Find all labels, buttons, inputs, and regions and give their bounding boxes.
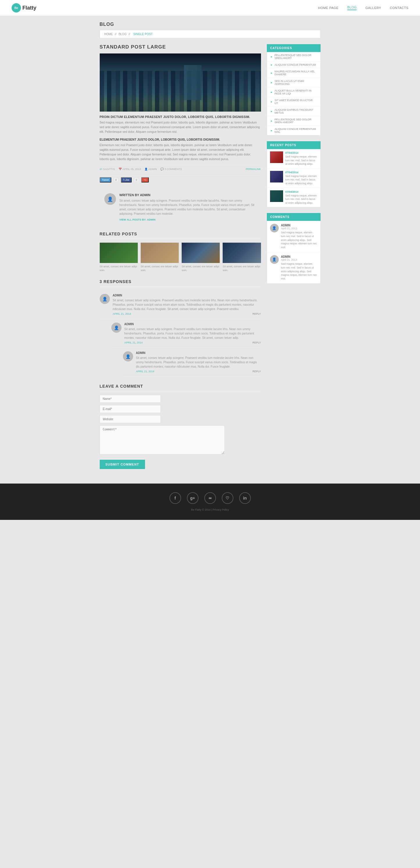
recent-posts-title: RECENT POSTS [267,141,321,149]
recent-post-1[interactable]: 07/04/2014 Sed magna neque, elemen tum n… [267,149,320,168]
website-input[interactable] [100,415,161,423]
website-row [100,415,261,423]
categories-widget: CATEGORIES ► PELLENTESQUE SED DOLOR SREN… [267,44,321,135]
post-image-city [100,54,261,112]
sc-date-2: April 21, 2013 [281,258,318,261]
main-layout: STANDARD POST LARGE PROIN DICTUM ELEMENT… [100,44,321,478]
name-row [100,395,261,403]
response-reply-3[interactable]: REPLY [252,370,261,373]
cat-arrow-5: ► [271,91,273,94]
recent-thumb-1 [270,151,283,163]
response-text-2: Sit amet, consec tetuer adip scingere. P… [124,327,261,340]
sc-text-2: Sed magna neque, elemen tum nec mol. Sed… [281,262,318,280]
post-body-1: Sed magna neque, elementum nec mol Praes… [100,120,261,134]
breadcrumb-blog[interactable]: BLOG [119,33,127,36]
recent-date-2: 07/04/2014 [286,171,318,174]
page-title: BLOG [100,22,321,27]
logo: Be Flatty [11,3,36,12]
related-post-3[interactable]: Sit amet, consec ere tetuer adipi soin. [182,243,220,272]
related-post-2[interactable]: Sit amet, consec ere tetuer adipi soin. [141,243,179,272]
category-item-3[interactable]: ► MAURIS ACCUMSAN NULLA VEL DIAMERE [267,68,320,78]
category-item-4[interactable]: ► SED IN LACUS UT ENIM ADIPISCING [267,78,320,88]
cat-arrow-1: ► [271,56,273,58]
comment-textarea[interactable] [100,426,225,455]
related-post-4[interactable]: Sit amet, consec ere tetuer adipi soin. [223,243,261,272]
comment-section: LEAVE A COMMENT SUBMIT COMMENT [100,384,261,469]
sc-avatar-1: 👤 [270,224,279,232]
nav-blog[interactable]: BLOG [347,5,357,10]
response-reply-1[interactable]: REPLY [252,312,261,315]
sc-date-1: April 21, 2013 [281,227,318,230]
response-date-3: APRIL 21, 2014 [136,370,154,373]
linkedin-icon[interactable]: in [239,492,251,504]
author-name: WRITTEN BY ADMIN [119,193,257,197]
email-row [100,405,261,413]
logo-icon: Be [11,3,21,12]
related-post-1[interactable]: Sit amet, consec ere tetuer adipi soin. [100,243,138,272]
comments-widget-title: COMMENTS [267,213,321,221]
sc-body-1: ADMIN April 21, 2013 Sed magna neque, el… [281,224,318,249]
related-image-2 [141,243,179,263]
responses-heading: 3 RESPONSES [100,279,261,287]
sc-body-2: ADMIN April 21, 2013 Sed magna neque, el… [281,255,318,280]
response-date-1: APRIL 21, 2014 [113,312,131,315]
comment-form: SUBMIT COMMENT [100,395,261,469]
category-item-9[interactable]: ► ALIQUAM CONGUE FERMENTUM NISL [267,126,320,135]
footer: f g+ ≃ ♡ in Be Flatty © 2014 | Privacy P… [0,484,420,520]
recent-date-3: 07/04/2014 [286,190,318,193]
response-item-2: 👤 ADMIN Sit amet, consec tetuer adip sci… [111,319,261,348]
footer-copyright: Be Flatty © 2014 | Privacy Policy [0,508,420,511]
cat-arrow-8: ► [271,120,273,122]
post-lead-1: PROIN DICTUM ELEMENTUM PRAESENT JUSTO DO… [100,115,261,119]
breadcrumb: HOME // BLOG // SINGLE POST [100,30,321,38]
response-reply-2[interactable]: REPLY [252,341,261,344]
response-item-1: 👤 ADMIN Sit amet, consec tetuer adip sci… [100,290,261,319]
response-item-3: 👤 ADMIN Sit amet, consec tetuer adip sci… [123,348,261,377]
googleplus-icon[interactable]: g+ [187,492,199,504]
post-comments-count: 💬 3 COMMENTS [160,168,182,170]
email-input[interactable] [100,405,161,413]
recent-post-3[interactable]: 07/04/2014 Sed magna neque, elemen tum n… [267,188,320,207]
name-input[interactable] [100,395,161,403]
category-item-2[interactable]: ► ALIQUAM CONGUE FERMENTUM [267,62,320,68]
related-posts-grid: Sit amet, consec ere tetuer adipi soin. … [100,243,261,272]
category-item-8[interactable]: ► PELLENTESQUE SED DOLOR SREN AMEORT [267,116,320,126]
view-all-link[interactable]: VIEW ALL POSTS BY: ADMIN [119,218,156,221]
tweet-button[interactable]: Tweet [100,177,111,183]
like-button[interactable]: f Like [121,177,132,183]
facebook-icon[interactable]: f [170,492,181,504]
response-avatar-1: 👤 [100,294,110,304]
category-item-6[interactable]: ► SIT AMET EUISMOD IN UCTOR UT [267,97,320,107]
response-text-1: Sit amet, consec tetuer adip scingere. P… [113,298,261,311]
response-author-2: ADMIN [124,322,261,326]
response-footer-3: APRIL 21, 2014 REPLY [136,370,261,373]
tag-icon: 🏷 [100,168,102,170]
pinterest-icon[interactable]: ♡ [222,492,233,504]
nav-contacts[interactable]: CONTACTS [390,6,409,9]
submit-comment-button[interactable]: SUBMIT COMMENT [100,460,145,469]
recent-info-2: 07/04/2014 Sed magna neque, elemen tum n… [286,171,318,185]
recent-text-1: Sed magna neque, elemen tum nec mol. Sed… [286,155,318,166]
responses-section: 3 RESPONSES 👤 ADMIN Sit amet, consec tet… [100,279,261,377]
nav-home[interactable]: HOME PAGE [318,6,338,9]
permalink[interactable]: PERMALINK [246,168,261,170]
plus-button[interactable]: +1 [141,177,149,183]
response-body-3: ADMIN Sit amet, consec tetuer adip scing… [136,351,261,373]
post-lead-2: ELEMENTUM PRAESENT JUSTO DOLOR, LOBORTIS… [100,138,261,141]
post-tags: 🏷 SAGITTIS [100,168,115,170]
response-author-1: ADMIN [113,294,261,297]
nav-gallery[interactable]: GALLERY [365,6,381,9]
breadcrumb-home[interactable]: HOME [104,33,113,36]
post-title: STANDARD POST LARGE [100,44,261,50]
related-image-3 [182,243,220,263]
post-image [100,54,261,112]
category-item-7[interactable]: ► ALIQUAM DAPIBUS TINCIDUNT METUS [267,107,320,116]
category-item-5[interactable]: ► ALIQUET BULLA VENENATI IN PEDE MI LIQI [267,88,320,97]
category-item-1[interactable]: ► PELLENTESQUE SED DOLOR SREN AMORT [267,52,320,62]
recent-post-2[interactable]: 07/04/2014 Sed magna neque, elemen tum n… [267,168,320,188]
sc-name-1: ADMIN [281,224,318,227]
response-avatar-3: 👤 [123,351,133,362]
related-image-4 [223,243,261,263]
sc-text-1: Sed magna neque, elemen tum nec mol. Sed… [281,231,318,249]
rss-icon[interactable]: ≃ [204,492,216,504]
